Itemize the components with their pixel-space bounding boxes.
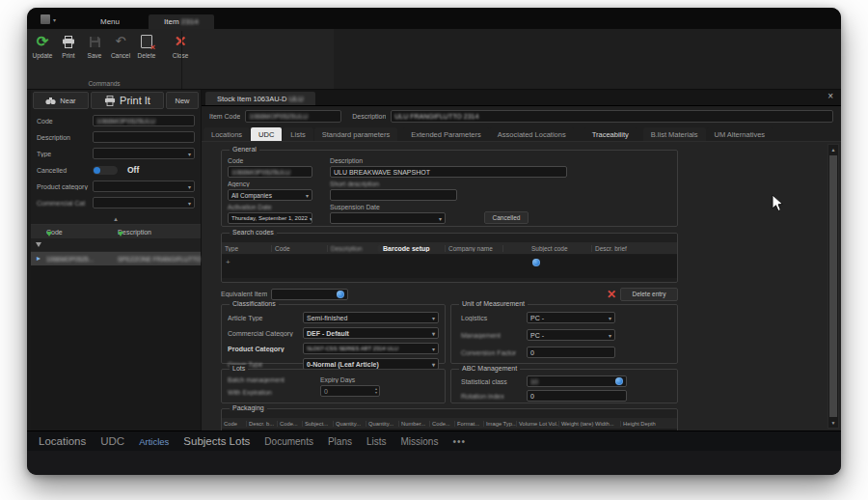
item-header-row: Item Code 1066MOP0525ULU Description ULU… — [202, 106, 841, 125]
tab-lists[interactable]: Lists — [283, 127, 312, 141]
pk-col: Quantity... — [366, 421, 399, 427]
globe-icon[interactable] — [615, 377, 623, 385]
document-tab[interactable]: Stock Item 1063AU-D ULU — [205, 92, 315, 105]
col-code: Code — [272, 245, 328, 252]
pk-col: Code... — [278, 421, 303, 427]
product-category-label: Product category — [37, 183, 93, 190]
activation-date-value: Thursday, September 1, 2022 — [231, 215, 308, 221]
chevron-down-icon: ▾ — [609, 332, 611, 339]
results-grid-filter-row[interactable] — [31, 238, 201, 252]
nav-subjects-lots[interactable]: Subjects Lots — [183, 435, 250, 447]
delete-entry-label: Delete entry — [632, 291, 665, 297]
tab-um-alternatives[interactable]: UM Alternatives — [707, 127, 773, 141]
nav-more-icon[interactable]: ••• — [452, 436, 466, 447]
conversion-factor-label: Conversion Factor — [461, 349, 527, 356]
tab-extended-parameters[interactable]: Extended Parameters — [403, 127, 489, 141]
delete-entry-button[interactable]: Delete entry — [620, 288, 678, 301]
nav-locations[interactable]: Locations — [39, 435, 86, 447]
activation-date-label: Activation Date — [228, 204, 312, 210]
pk-col: Volume Lot Vol... — [517, 421, 559, 427]
chevron-down-icon: ▾ — [432, 330, 435, 337]
product-category-select[interactable]: SLD07-CSS SERIES ART 2314 ULU▾ — [303, 343, 439, 354]
scroll-down-icon[interactable]: ▼ — [828, 418, 838, 428]
agency-select[interactable]: All Companies▾ — [228, 189, 312, 201]
app-menu-caret-icon[interactable]: ▾ — [53, 16, 56, 23]
item-description-label: Description — [352, 113, 386, 120]
result-row[interactable]: ▸ 1066MOP0525... SPEZZONE FRANGIFLUTTO U… — [31, 252, 201, 265]
nav-udc[interactable]: UDC — [100, 435, 124, 447]
tab-blist-materials[interactable]: B.list Materials — [643, 127, 706, 141]
tab-locations[interactable]: Locations — [203, 127, 250, 141]
scrollbar-thumb[interactable] — [829, 155, 837, 417]
collapse-panel-button[interactable]: ▴ — [31, 213, 201, 224]
filter-description-icon — [118, 232, 123, 253]
tab-udc[interactable]: UDC — [251, 127, 282, 141]
window-footer — [27, 451, 841, 475]
globe-icon[interactable] — [532, 259, 540, 266]
commercial-category-label: Commercial Category — [228, 330, 303, 337]
ribbon-tab-item-redacted: 2314 — [181, 17, 199, 26]
chevron-down-icon: ▾ — [188, 200, 191, 207]
tab-traceability[interactable]: Traceability — [584, 127, 637, 141]
col-type: Type — [222, 245, 272, 252]
short-description-input[interactable] — [330, 189, 457, 201]
rotation-index-input[interactable]: 0 — [527, 390, 627, 402]
filter-funnel-icon — [36, 242, 41, 247]
pk-col: Code... — [430, 421, 455, 427]
commercial-cat-select[interactable]: ▾ — [93, 197, 195, 208]
tab-standard-parameters[interactable]: Standard parameters — [314, 127, 397, 141]
pk-col: Quantity... — [334, 421, 366, 427]
suspension-date-select[interactable]: ▾ — [330, 212, 446, 224]
activation-date-select[interactable]: Thursday, September 1, 2022▾ — [228, 212, 312, 224]
general-code-input[interactable]: 1066MOP0525ULU — [228, 166, 312, 178]
nav-articles[interactable]: Articles — [139, 436, 169, 447]
ribbon-tab-item[interactable]: Item 2314 — [149, 14, 214, 29]
commercial-category-select[interactable]: DEF - Default▾ — [303, 327, 439, 339]
article-type-select[interactable]: Semi-finished▾ — [303, 312, 439, 323]
cancelled-toggle[interactable] — [93, 166, 118, 175]
scroll-up-icon[interactable]: ▲ — [828, 145, 838, 154]
general-description-input[interactable]: ULU BREAKWAVE SNAPSHOT — [330, 166, 567, 178]
conversion-factor-input[interactable]: 0 — [527, 347, 615, 358]
item-code-input[interactable]: 1066MOP0525ULU — [245, 110, 341, 123]
new-button[interactable]: New — [166, 92, 199, 109]
item-description-input[interactable]: ULU FRANGIFLUTTO 2314 — [391, 110, 833, 123]
clear-equivalent-icon[interactable]: ✕ — [607, 290, 616, 299]
logistics-select[interactable]: PC -▾ — [527, 312, 615, 323]
nav-documents[interactable]: Documents — [264, 436, 313, 447]
near-label: Near — [60, 97, 75, 105]
equivalent-item-input[interactable] — [271, 289, 348, 300]
stepper-arrows-icon[interactable]: ▴▾ — [375, 387, 377, 395]
code-input[interactable]: 1066MOP0525ULU — [93, 115, 195, 126]
vertical-scrollbar[interactable]: ▲ ▼ — [827, 144, 839, 429]
statistical-class-input[interactable]: 10 — [527, 375, 627, 387]
search-codes-empty-row[interactable]: + — [222, 255, 677, 278]
commercial-category-value: DEF - Default — [307, 330, 349, 337]
article-type-value: Semi-finished — [307, 315, 347, 321]
ribbon-tab-menu[interactable]: Menu — [85, 14, 135, 29]
product-category-select[interactable]: ▾ — [93, 181, 195, 192]
near-button[interactable]: Near — [33, 92, 89, 109]
add-row-icon[interactable]: + — [226, 258, 231, 266]
general-group-title: General — [230, 146, 259, 153]
nav-missions[interactable]: Missions — [401, 436, 439, 447]
tab-associated-locations[interactable]: Associated Locations — [490, 127, 574, 141]
col-barcode-setup: Barcode setup — [380, 245, 446, 252]
print-it-button[interactable]: Print It — [91, 92, 164, 109]
document-close-icon[interactable]: × — [827, 92, 833, 101]
description-input[interactable] — [93, 131, 195, 143]
globe-icon[interactable] — [337, 291, 344, 298]
nav-lists[interactable]: Lists — [366, 436, 387, 447]
type-select[interactable]: ▾ — [93, 148, 195, 159]
chevron-down-icon: ▾ — [432, 346, 435, 352]
packaging-row[interactable]: ▼ — [222, 430, 677, 431]
management-select[interactable]: PC -▾ — [527, 329, 615, 341]
nav-plans[interactable]: Plans — [328, 436, 352, 447]
classifications-title: Classifications — [230, 300, 279, 307]
app-menu-icon[interactable] — [41, 14, 50, 24]
expiry-days-stepper[interactable]: 0 ▴▾ — [320, 385, 380, 397]
chevron-down-icon: ▾ — [432, 361, 435, 368]
document-tab-title: Stock Item 1063AU-D — [217, 95, 287, 103]
general-cancelled-checkbox[interactable]: Cancelled — [484, 211, 529, 224]
row-marker-icon: ▸ — [31, 252, 46, 265]
